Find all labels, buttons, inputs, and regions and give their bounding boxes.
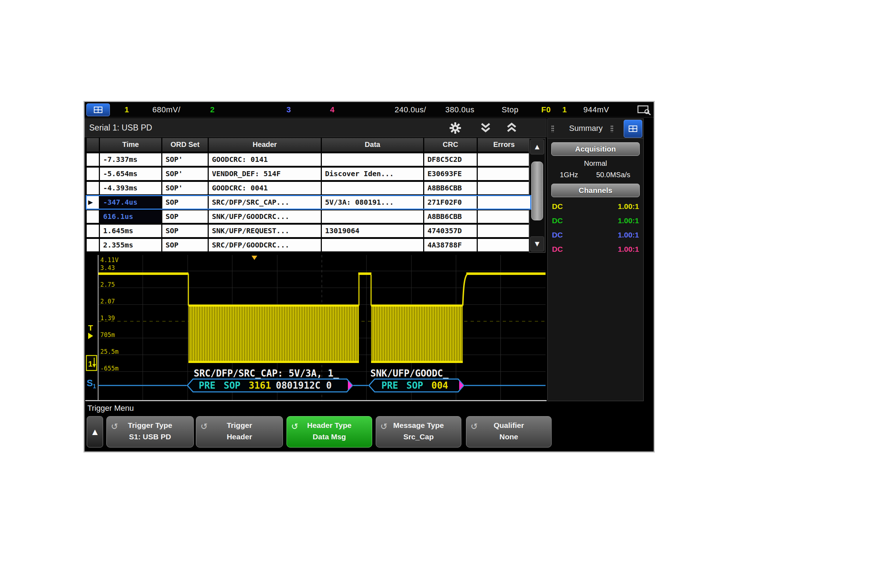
status-ch1-scale[interactable]: 680mV/ bbox=[152, 105, 181, 114]
status-trigger-source: 1 bbox=[562, 105, 567, 114]
oscilloscope-screen: 1 680mV/ 2 3 4 240.0us/ 380.0us Stop F0 … bbox=[83, 101, 655, 453]
rotate-knob-icon: ↺ bbox=[381, 422, 388, 432]
serial-decode-header: Serial 1: USB PD bbox=[84, 118, 547, 137]
axis-label: 4.11V bbox=[100, 256, 119, 264]
drag-grip-icon[interactable] bbox=[611, 125, 613, 132]
expand-panel-button[interactable] bbox=[502, 122, 522, 134]
column-header-marker bbox=[87, 138, 99, 152]
status-ch2-number[interactable]: 2 bbox=[210, 105, 215, 114]
column-header-errors[interactable]: Errors bbox=[478, 138, 530, 152]
scroll-down-button[interactable]: ▼ bbox=[530, 236, 544, 251]
main-menu-button[interactable] bbox=[86, 104, 110, 116]
serial-panel-title: Serial 1: USB PD bbox=[89, 123, 152, 133]
channel2-coupling: DC bbox=[552, 216, 563, 225]
scroll-up-button[interactable]: ▲ bbox=[530, 140, 544, 154]
trigger-level-marker-label[interactable]: T bbox=[88, 323, 93, 332]
column-header-time[interactable]: Time bbox=[100, 138, 161, 152]
axis-label: 2.75 bbox=[100, 281, 115, 288]
gear-icon bbox=[449, 122, 461, 134]
decode-lister-table: Time ORD Set Header Data CRC Errors -7.3… bbox=[87, 138, 530, 253]
selected-row-marker-icon: ▶ bbox=[88, 198, 93, 207]
status-run-state[interactable]: Stop bbox=[502, 105, 519, 114]
acquisition-section-button[interactable]: Acquisition bbox=[551, 142, 640, 156]
softkey-trigger[interactable]: ↺ Trigger Header bbox=[196, 416, 283, 447]
bus1-crc-token: 3161 bbox=[249, 380, 271, 391]
softkey-message-type[interactable]: ↺ Message Type Src_Cap bbox=[376, 416, 461, 447]
page-background: { "colors": { "ch1": "#e3e300", "ch2": "… bbox=[0, 0, 892, 588]
waveform-display[interactable]: 4.11V 3.43 2.75 2.07 1.39 705m 25.5m -65… bbox=[85, 255, 547, 401]
channel1-ground-marker-label: 1 bbox=[88, 359, 92, 368]
menu-grid-icon bbox=[94, 106, 102, 113]
status-trigger-level[interactable]: 944mV bbox=[584, 105, 609, 114]
status-ch1-number[interactable]: 1 bbox=[125, 105, 129, 114]
axis-label: 1.39 bbox=[100, 315, 115, 322]
channel4-coupling: DC bbox=[552, 245, 563, 254]
bus1-preamble-token: PRE bbox=[199, 380, 215, 391]
chevron-double-up-icon bbox=[505, 123, 519, 134]
channel2-summary-row[interactable]: DC 1.00:1 bbox=[552, 216, 639, 227]
table-scrollbar[interactable]: ▲ ▼ bbox=[529, 138, 546, 253]
bandwidth-value: 1GHz bbox=[560, 171, 578, 179]
channel1-summary-row[interactable]: DC 1.00:1 bbox=[552, 202, 639, 213]
table-header-row: Time ORD Set Header Data CRC Errors bbox=[87, 138, 530, 152]
channel2-probe-ratio: 1.00:1 bbox=[618, 216, 639, 225]
table-row[interactable]: -5.654ms SOP' VENDOR_DEF: 514F Discover … bbox=[87, 168, 530, 180]
sidebar-menu-button[interactable] bbox=[624, 120, 642, 138]
status-trigger-glyph: F0 bbox=[541, 105, 551, 114]
column-header-ord-set[interactable]: ORD Set bbox=[162, 138, 208, 152]
bus1-sop-token: SOP bbox=[224, 380, 241, 391]
bus2-sop-token: SOP bbox=[406, 380, 423, 391]
summary-sidebar: Summary Acquisition Normal 1GHz 50.0MSa/… bbox=[548, 118, 644, 401]
rotate-knob-icon: ↺ bbox=[111, 422, 118, 432]
bus2-data-token: 004 bbox=[432, 380, 448, 391]
channel3-summary-row[interactable]: DC 1.00:1 bbox=[552, 231, 639, 242]
scrollbar-thumb[interactable] bbox=[531, 162, 543, 220]
channel1-coupling: DC bbox=[552, 202, 563, 211]
channel3-coupling: DC bbox=[552, 231, 563, 239]
bus1-payload-token: 0801912C 0 bbox=[276, 380, 332, 391]
status-delay[interactable]: 380.0us bbox=[445, 105, 475, 114]
axis-label: 25.5m bbox=[100, 348, 119, 355]
channel1-probe-ratio: 1.00:1 bbox=[618, 202, 639, 211]
sidebar-header[interactable]: Summary bbox=[548, 119, 643, 139]
channel3-probe-ratio: 1.00:1 bbox=[618, 231, 639, 239]
status-timebase[interactable]: 240.0us/ bbox=[395, 105, 426, 114]
trigger-menu-bar: Trigger Menu ▲ ↺ Trigger Type S1: USB PD… bbox=[84, 402, 654, 452]
table-row-selected[interactable]: ▶ -347.4us SOP SRC/DFP/SRC_CAP... 5V/3A:… bbox=[87, 196, 530, 208]
bus2-preamble-token: PRE bbox=[381, 380, 398, 391]
table-row[interactable]: 616.1us SOP SNK/UFP/GOODCRC... A8BB6CBB bbox=[87, 210, 530, 223]
serial-settings-button[interactable] bbox=[445, 122, 465, 134]
rotate-knob-icon: ↺ bbox=[291, 422, 298, 432]
column-header-data[interactable]: Data bbox=[322, 138, 423, 152]
plot-bottom-border bbox=[85, 400, 547, 401]
screen-capture-icon[interactable] bbox=[637, 105, 651, 116]
sidebar-title: Summary bbox=[569, 124, 603, 133]
sample-rate-value: 50.0MSa/s bbox=[596, 171, 630, 179]
axis-label: 705m bbox=[100, 331, 115, 338]
channel4-summary-row[interactable]: DC 1.00:1 bbox=[552, 245, 639, 256]
axis-label: 2.07 bbox=[100, 298, 115, 305]
status-ch3-number[interactable]: 3 bbox=[286, 105, 291, 114]
channels-section-button[interactable]: Channels bbox=[551, 184, 640, 197]
softkey-qualifier[interactable]: ↺ Qualifier None bbox=[466, 416, 552, 447]
column-header-crc[interactable]: CRC bbox=[424, 138, 477, 152]
acquisition-mode-value: Normal bbox=[548, 159, 643, 168]
menu-back-button[interactable]: ▲ bbox=[87, 416, 103, 447]
table-row[interactable]: -4.393ms SOP' GOODCRC: 0041 A8BB6CBB bbox=[87, 182, 530, 194]
softkey-header-type[interactable]: ↺ Header Type Data Msg bbox=[286, 416, 372, 447]
status-ch4-number[interactable]: 4 bbox=[330, 105, 335, 114]
decode-packet-label-1: SRC/DFP/SRC_CAP: 5V/3A, 1_ bbox=[194, 368, 339, 379]
column-header-header[interactable]: Header bbox=[209, 138, 321, 152]
table-row[interactable]: 1.645ms SOP SNK/UFP/REQUEST... 13019064 … bbox=[87, 225, 530, 237]
axis-label: -655m bbox=[100, 365, 119, 372]
rotate-knob-icon: ↺ bbox=[200, 422, 208, 432]
chevron-double-down-icon bbox=[479, 123, 492, 134]
axis-label: 3.43 bbox=[100, 264, 115, 272]
drag-grip-icon[interactable] bbox=[551, 125, 554, 132]
table-row[interactable]: -7.337ms SOP' GOODCRC: 0141 DF8C5C2D bbox=[87, 153, 530, 166]
collapse-panel-button[interactable] bbox=[475, 122, 496, 134]
sidebar-grid-icon bbox=[629, 126, 637, 132]
table-row[interactable]: 2.355ms SOP SRC/DFP/GOODCRC... 4A38788F bbox=[87, 239, 530, 251]
softkey-trigger-type[interactable]: ↺ Trigger Type S1: USB PD bbox=[106, 416, 194, 447]
menu-title: Trigger Menu bbox=[87, 404, 134, 413]
